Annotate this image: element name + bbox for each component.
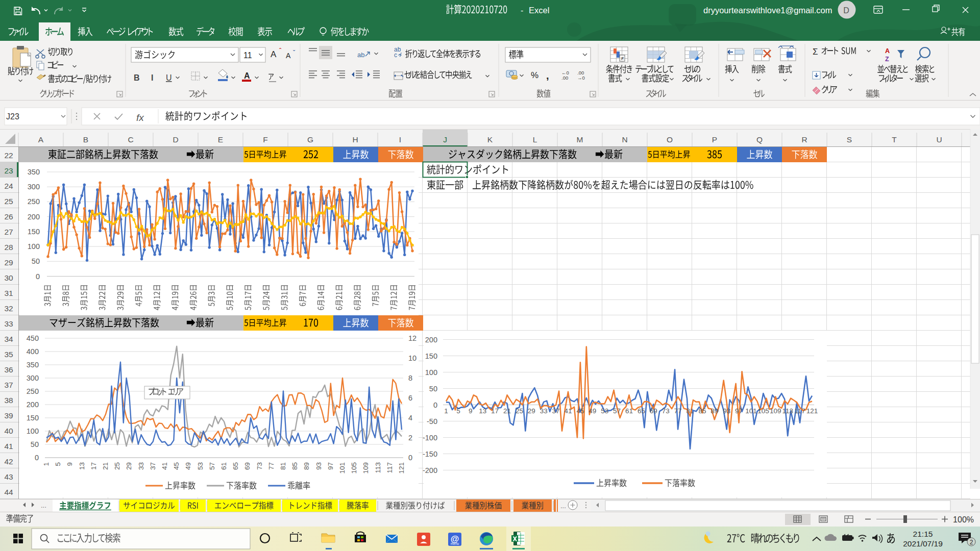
svg-text:S: S — [847, 135, 852, 144]
svg-text:85: 85 — [291, 462, 299, 470]
svg-text:65: 65 — [638, 407, 645, 415]
svg-text:150: 150 — [27, 414, 39, 422]
svg-text:9: 9 — [469, 407, 473, 415]
svg-text:30: 30 — [4, 273, 13, 282]
svg-text:11: 11 — [243, 51, 252, 60]
svg-text:U: U — [166, 73, 172, 82]
svg-text:300: 300 — [27, 374, 39, 382]
svg-text:I: I — [399, 135, 401, 144]
svg-text:J23: J23 — [6, 112, 19, 121]
svg-text:P: P — [712, 135, 717, 144]
svg-text:28: 28 — [4, 243, 13, 252]
svg-text:43: 43 — [4, 472, 13, 481]
svg-text:10: 10 — [408, 354, 416, 362]
svg-text:113: 113 — [374, 462, 382, 473]
svg-text:29: 29 — [125, 462, 133, 470]
svg-text:77: 77 — [674, 407, 682, 415]
svg-text:H: H — [352, 135, 358, 144]
svg-text:69: 69 — [650, 407, 657, 415]
svg-text:c: c — [394, 52, 397, 59]
svg-text:25: 25 — [113, 462, 121, 470]
svg-text:65: 65 — [232, 462, 239, 470]
svg-text:33: 33 — [540, 407, 548, 415]
svg-text:53: 53 — [601, 407, 608, 415]
svg-text:O: O — [667, 135, 673, 144]
svg-text:0: 0 — [433, 401, 437, 409]
svg-text:A: A — [885, 47, 890, 55]
svg-text:31: 31 — [4, 289, 13, 297]
svg-text:57: 57 — [208, 462, 216, 470]
svg-text:350: 350 — [27, 361, 39, 369]
svg-text:97: 97 — [327, 462, 334, 470]
svg-text:4: 4 — [408, 414, 412, 422]
svg-text:T: T — [892, 135, 897, 144]
svg-text:→0: →0 — [577, 75, 585, 81]
svg-text:29: 29 — [528, 407, 535, 415]
svg-text:45: 45 — [576, 407, 584, 415]
svg-text:%: % — [531, 70, 538, 80]
svg-text:2: 2 — [970, 539, 973, 546]
svg-text:21:15: 21:15 — [913, 530, 933, 538]
svg-text:27: 27 — [4, 228, 13, 236]
svg-text:A: A — [286, 52, 291, 60]
svg-text:0: 0 — [35, 454, 39, 462]
svg-text:menu: menu — [451, 542, 459, 545]
svg-text:113: 113 — [782, 407, 793, 415]
svg-text:89: 89 — [710, 407, 718, 415]
svg-text:41: 41 — [564, 407, 572, 415]
svg-text:23: 23 — [4, 166, 13, 175]
svg-text:13: 13 — [78, 462, 86, 470]
svg-text:50: 50 — [429, 385, 437, 393]
svg-text:2: 2 — [408, 434, 412, 442]
svg-text:44: 44 — [4, 488, 13, 496]
svg-text:...: ... — [41, 502, 46, 509]
svg-text:-200: -200 — [423, 466, 437, 474]
svg-text:24: 24 — [4, 182, 13, 190]
svg-text:6: 6 — [408, 394, 412, 402]
svg-text:81: 81 — [686, 407, 694, 415]
svg-text:G: G — [307, 135, 313, 144]
svg-text:37: 37 — [552, 407, 560, 415]
svg-text:F: F — [263, 135, 267, 144]
svg-text:40: 40 — [4, 427, 13, 435]
svg-text:12: 12 — [408, 334, 416, 342]
svg-text:50: 50 — [31, 440, 39, 448]
svg-text:≠: ≠ — [621, 55, 624, 61]
svg-text:61: 61 — [625, 407, 633, 415]
svg-text:Σ: Σ — [813, 47, 818, 57]
svg-text:17: 17 — [90, 462, 97, 470]
svg-text:42: 42 — [4, 457, 13, 466]
svg-text:-50: -50 — [427, 417, 437, 425]
svg-text:J: J — [443, 135, 447, 144]
svg-text:D: D — [173, 135, 178, 144]
svg-text:2021/07/19: 2021/07/19 — [903, 539, 943, 548]
svg-text:93: 93 — [315, 462, 323, 470]
svg-text:34: 34 — [4, 335, 13, 343]
svg-text:121: 121 — [398, 462, 405, 474]
svg-text:73: 73 — [662, 407, 670, 415]
svg-text:100: 100 — [27, 427, 39, 435]
svg-text:100%: 100% — [953, 515, 974, 524]
svg-text:121: 121 — [806, 407, 818, 415]
svg-text:117: 117 — [386, 462, 394, 473]
svg-text:69: 69 — [243, 462, 251, 470]
svg-text:250: 250 — [28, 197, 40, 206]
svg-text:25: 25 — [4, 197, 13, 206]
svg-text:5: 5 — [456, 407, 460, 415]
svg-text:8: 8 — [408, 374, 412, 382]
svg-text:U: U — [936, 135, 942, 144]
svg-text:A: A — [271, 49, 277, 59]
svg-text:A: A — [244, 71, 250, 80]
svg-text:250: 250 — [27, 387, 39, 395]
svg-text:36: 36 — [4, 365, 13, 374]
svg-text:D: D — [843, 6, 849, 15]
svg-text:25: 25 — [516, 407, 523, 415]
svg-text:dryyourtearswithlove1@gmail.co: dryyourtearswithlove1@gmail.com — [703, 6, 832, 15]
svg-text:I: I — [151, 73, 153, 82]
svg-text:22: 22 — [4, 151, 13, 160]
svg-text:26: 26 — [4, 212, 13, 221]
svg-text:37: 37 — [4, 381, 13, 389]
svg-text:fx: fx — [136, 112, 144, 123]
svg-text:Q: Q — [756, 135, 763, 144]
svg-text:R: R — [801, 135, 807, 144]
